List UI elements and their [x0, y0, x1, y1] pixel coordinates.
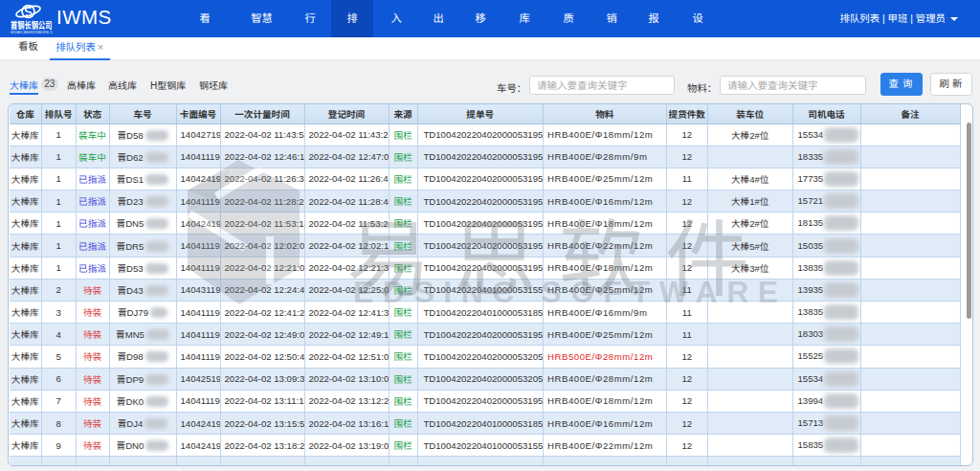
svg-text:SHOUGANG CHANGZHI IRON AND STE: SHOUGANG CHANGZHI IRON AND STEEL CO [11, 31, 53, 34]
